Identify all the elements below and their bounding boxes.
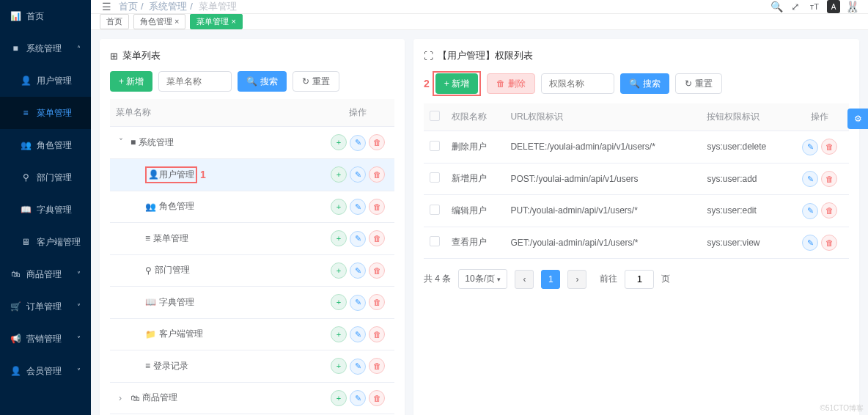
delete-button[interactable]: 🗑 (369, 326, 385, 342)
menu-row[interactable]: ⚲ 部门管理+✎🗑 (110, 254, 394, 287)
tab-1[interactable]: 角色管理 × (133, 14, 185, 29)
row-checkbox[interactable] (430, 236, 440, 246)
edit-button[interactable]: ✎ (802, 139, 818, 155)
sidebar-item-0[interactable]: 📊首页 (0, 0, 91, 32)
add-child-button[interactable]: + (331, 390, 347, 406)
row-label: 用户管理 (159, 169, 194, 181)
edit-button[interactable]: ✎ (350, 359, 366, 375)
add-child-button[interactable]: + (331, 166, 347, 183)
perm-row[interactable]: 编辑用户PUT:/youlai-admin/api/v1/users/*sys:… (424, 195, 849, 227)
add-child-button[interactable]: + (331, 199, 347, 215)
reset-button[interactable]: ↻ 重置 (675, 73, 722, 94)
sidebar-item-1[interactable]: ■系统管理˄ (0, 32, 91, 65)
prev-page[interactable]: ‹ (515, 270, 534, 289)
sidebar-item-label: 部门管理 (37, 172, 72, 184)
perm-row[interactable]: 查看用户GET:/youlai-admin/api/v1/users/*sys:… (424, 227, 849, 259)
highlight-box: 👤 用户管理 (145, 166, 197, 183)
row-checkbox[interactable] (430, 172, 440, 183)
sidebar-item-2[interactable]: 👤用户管理 (0, 65, 91, 97)
edit-button[interactable]: ✎ (350, 199, 366, 215)
col-perm: 按钮权限标识 (701, 103, 790, 131)
crumb-0[interactable]: 首页 (119, 1, 138, 12)
settings-drawer-toggle[interactable]: ⚙ (847, 109, 868, 129)
delete-button[interactable]: 🗑 (821, 235, 837, 251)
sidebar-item-7[interactable]: 🖥客户端管理 (0, 226, 91, 258)
sidebar-item-9[interactable]: 🛒订单管理˅ (0, 290, 91, 323)
delete-button[interactable]: 🗑 (369, 166, 385, 183)
delete-button[interactable]: 🗑 (821, 139, 837, 155)
sidebar-item-8[interactable]: 🛍商品管理˅ (0, 258, 91, 290)
page-size-select[interactable]: 10条/页 ▾ (458, 269, 507, 289)
crumb-1[interactable]: 系统管理 (149, 1, 187, 12)
sidebar-item-label: 系统管理 (26, 43, 62, 55)
delete-button[interactable]: 🗑 (369, 230, 385, 246)
menu-row[interactable]: ›🛍 商品管理+✎🗑 (110, 382, 394, 414)
sidebar-item-5[interactable]: ⚲部门管理 (0, 161, 91, 194)
tab-0[interactable]: 首页 (100, 14, 129, 29)
row-checkbox[interactable] (430, 141, 440, 151)
menu-row[interactable]: 👤 用户管理 1+✎🗑 (110, 158, 394, 191)
sidebar-item-10[interactable]: 📢营销管理˅ (0, 323, 91, 355)
reset-button[interactable]: ↻ 重置 (293, 71, 339, 92)
dashboard-icon: 📊 (10, 11, 21, 21)
delete-button[interactable]: 🗑 (369, 134, 385, 150)
edit-button[interactable]: ✎ (350, 231, 366, 247)
add-child-button[interactable]: + (331, 262, 347, 279)
sidebar-item-3[interactable]: ≡菜单管理 (0, 97, 91, 129)
add-child-button[interactable]: + (331, 326, 347, 342)
menu-row[interactable]: ≡ 登录记录+✎🗑 (110, 350, 394, 383)
sidebar-item-6[interactable]: 📖字典管理 (0, 194, 91, 226)
search-button[interactable]: 🔍搜索 (238, 71, 287, 92)
edit-button[interactable]: ✎ (802, 235, 818, 251)
expand-toggle[interactable]: ˅ (119, 137, 128, 147)
hamburger-icon[interactable]: ☰ (100, 0, 113, 13)
sidebar-item-11[interactable]: 👤会员管理˅ (0, 355, 91, 387)
edit-button[interactable]: ✎ (350, 326, 366, 342)
delete-button[interactable]: 🗑 删除 (487, 73, 535, 94)
watermark: ©51CTO博客 (820, 403, 864, 414)
search-button[interactable]: 🔍搜索 (620, 73, 669, 94)
fullscreen-icon[interactable]: ⤢ (789, 0, 802, 13)
search-icon[interactable]: 🔍 (770, 0, 783, 13)
sidebar-item-4[interactable]: 👥角色管理 (0, 129, 91, 161)
delete-button[interactable]: 🗑 (369, 199, 385, 215)
add-child-button[interactable]: + (331, 358, 347, 374)
fontsize-icon[interactable]: тT (808, 0, 821, 13)
edit-button[interactable]: ✎ (350, 390, 366, 406)
delete-button[interactable]: 🗑 (369, 390, 385, 406)
edit-button[interactable]: ✎ (350, 166, 366, 183)
page-1[interactable]: 1 (541, 270, 560, 289)
delete-button[interactable]: 🗑 (821, 171, 837, 187)
select-all-checkbox[interactable] (430, 111, 440, 121)
menu-row[interactable]: 📁 客户端管理+✎🗑 (110, 318, 394, 350)
menu-search-input[interactable] (158, 71, 232, 92)
next-page[interactable]: › (567, 270, 586, 289)
expand-toggle[interactable]: › (119, 393, 128, 403)
edit-button[interactable]: ✎ (350, 135, 366, 151)
menu-row[interactable]: 👥 角色管理+✎🗑 (110, 191, 394, 223)
menu-row[interactable]: ˅■ 系统管理+✎🗑 (110, 127, 394, 159)
edit-button[interactable]: ✎ (350, 295, 366, 311)
delete-button[interactable]: 🗑 (369, 262, 385, 279)
add-child-button[interactable]: + (331, 230, 347, 246)
add-button[interactable]: + 新增 (110, 71, 152, 92)
edit-button[interactable]: ✎ (350, 262, 366, 279)
add-button[interactable]: + 新增 (435, 73, 478, 94)
tab-2[interactable]: 菜单管理 × (190, 14, 242, 29)
row-checkbox[interactable] (430, 205, 440, 215)
perm-row[interactable]: 删除用户DELETE:/youlai-admin/api/v1/users/*s… (424, 131, 849, 164)
edit-button[interactable]: ✎ (802, 171, 818, 187)
perm-search-input[interactable] (541, 73, 614, 94)
lang-icon[interactable]: A (827, 0, 840, 13)
perm-row[interactable]: 新增用户POST:/youlai-admin/api/v1/userssys:u… (424, 163, 849, 195)
edit-button[interactable]: ✎ (802, 203, 818, 219)
goto-input[interactable] (625, 270, 654, 289)
avatar[interactable]: 🐰 (846, 0, 859, 13)
menu-row[interactable]: 📖 字典管理+✎🗑 (110, 287, 394, 319)
add-child-button[interactable]: + (331, 134, 347, 150)
delete-button[interactable]: 🗑 (369, 358, 385, 374)
delete-button[interactable]: 🗑 (821, 202, 837, 218)
menu-row[interactable]: ≡ 菜单管理+✎🗑 (110, 223, 394, 255)
delete-button[interactable]: 🗑 (369, 294, 385, 310)
add-child-button[interactable]: + (331, 294, 347, 310)
